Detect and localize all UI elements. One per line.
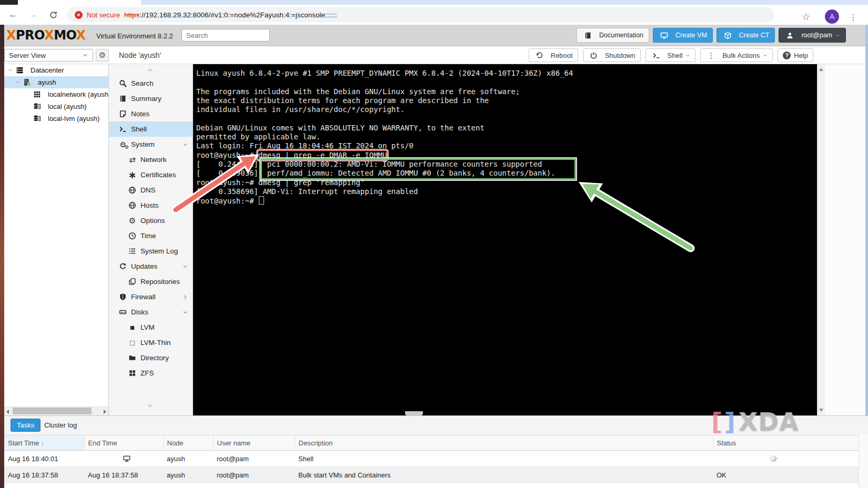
bookmark-star-icon[interactable]: ☆: [802, 11, 810, 23]
chevron-down-icon: [82, 53, 88, 58]
undo-icon: [534, 52, 545, 59]
menu-item-label: Certificates: [140, 171, 176, 179]
browser-reload-icon[interactable]: [46, 8, 60, 22]
button-label: Create VM: [675, 32, 707, 39]
column-header-description[interactable]: Description: [295, 435, 713, 451]
menu-item-dns[interactable]: DNS: [109, 182, 193, 198]
menu-item-zfs[interactable]: ZFS: [109, 365, 193, 381]
tree-item-local-ayush[interactable]: local (ayush): [4, 100, 108, 113]
menu-item-lvm-thin[interactable]: □LVM-Thin: [109, 335, 193, 350]
panel-splitter-handle[interactable]: [405, 411, 423, 415]
documentation-button[interactable]: Documentation: [577, 28, 649, 43]
right-margin: [825, 64, 865, 415]
menu-scroll-down-icon[interactable]: [147, 402, 154, 411]
column-header-node[interactable]: Node: [163, 435, 213, 451]
tree-item-localnetwork-ayush[interactable]: localnetwork (ayush): [4, 88, 108, 100]
note-icon: [117, 110, 128, 118]
shell-button[interactable]: Shell: [645, 48, 696, 62]
menu-item-disks[interactable]: Disks: [109, 304, 193, 320]
tree-item-ayush[interactable]: ayush: [4, 76, 108, 88]
scroll-down-icon[interactable]: [819, 409, 823, 412]
column-header-status[interactable]: Status: [713, 435, 868, 451]
scroll-up-icon[interactable]: [819, 68, 823, 71]
menu-scroll-up-icon[interactable]: [147, 66, 154, 76]
task-row[interactable]: Aug 16 18:37:58Aug 16 18:37:58ayushroot@…: [4, 467, 868, 483]
menu-item-firewall[interactable]: Firewall: [109, 289, 193, 304]
menu-item-directory[interactable]: Directory: [109, 350, 193, 365]
tree-item-local-lvm-ayush[interactable]: local-lvm (ayush): [4, 113, 108, 125]
menu-item-certificates[interactable]: ∗Certificates: [109, 167, 193, 182]
tab-cluster-log[interactable]: Cluster log: [44, 421, 77, 429]
tree-horizontal-scrollbar[interactable]: [4, 406, 108, 415]
menu-item-options[interactable]: ⚙Options: [109, 213, 193, 228]
logo-x2: X: [44, 28, 54, 43]
menu-item-system-log[interactable]: System Log: [109, 243, 193, 259]
terminal-scrollbar[interactable]: [817, 64, 825, 415]
task-start-time: Aug 16 18:40:01: [4, 451, 84, 467]
browser-menu-icon[interactable]: ⋮: [849, 12, 857, 22]
user-label: root@pam: [801, 32, 832, 39]
pve-header: XPROXMOX Virtual Environment 8.2.2 Docum…: [0, 25, 868, 46]
tasks-scrollbar[interactable]: [859, 435, 868, 488]
address-bar[interactable]: × Not secure https://192.168.29.32:8006/…: [67, 7, 774, 22]
user-icon: [784, 32, 795, 39]
task-row[interactable]: Aug 16 18:34:58Aug 16 18:34:58ayushroot@…: [4, 483, 868, 488]
shutdown-button[interactable]: Shutdown: [583, 48, 641, 62]
column-header-end-time[interactable]: End Time: [84, 435, 163, 451]
terminal[interactable]: Linux ayush 6.8.4-2-pve #1 SMP PREEMPT_D…: [193, 64, 817, 415]
menu-item-label: Disks: [131, 308, 148, 316]
proxmox-logo: XPROXMOX: [6, 28, 86, 43]
bulk-actions-button[interactable]: ⋮Bulk Actions: [700, 48, 773, 62]
storage-icon: [32, 103, 43, 110]
clock-icon: [127, 232, 138, 240]
logo-x3: X: [76, 28, 86, 43]
node-action-buttons: RebootShutdownShell⋮Bulk Actions?Help: [529, 48, 813, 62]
tab-tasks[interactable]: Tasks: [11, 419, 41, 432]
menu-item-search[interactable]: Search: [109, 76, 193, 91]
menu-item-lvm[interactable]: ■LVM: [109, 320, 193, 335]
view-selector[interactable]: Server View: [4, 49, 93, 62]
storage-icon: [32, 115, 43, 123]
scroll-right-icon[interactable]: [104, 410, 106, 414]
terminal-line: The programs included with the Debian GN…: [196, 87, 817, 96]
power-icon: [588, 52, 599, 59]
task-row[interactable]: Aug 16 18:40:01ayushroot@pamShell: [4, 451, 868, 467]
menu-item-label: Network: [140, 156, 167, 164]
browser-back-button[interactable]: ←: [6, 8, 20, 22]
menu-item-shell[interactable]: Shell: [109, 121, 193, 137]
create-vm-button[interactable]: Create VM: [653, 28, 713, 43]
scrollbar-thumb[interactable]: [13, 408, 92, 414]
create-ct-button[interactable]: Create CT: [716, 28, 775, 43]
tree-item-datacenter[interactable]: Datacenter: [4, 64, 108, 76]
menu-item-hosts[interactable]: Hosts: [109, 198, 193, 213]
scroll-left-icon[interactable]: [6, 410, 9, 414]
column-header-user-name[interactable]: User name: [213, 435, 295, 451]
help-button[interactable]: ?Help: [778, 48, 813, 62]
menu-item-system[interactable]: ⚙⚙System: [109, 137, 193, 152]
global-search-input[interactable]: [181, 29, 270, 42]
menu-item-updates[interactable]: Updates: [109, 259, 193, 274]
view-settings-button[interactable]: ⚙: [96, 49, 109, 62]
menu-item-label: DNS: [140, 186, 156, 194]
browser-forward-button[interactable]: →: [26, 8, 40, 22]
column-header-start-time[interactable]: Start Time ↓: [4, 435, 84, 451]
task-end-time: [84, 451, 163, 467]
menu-item-time[interactable]: Time: [109, 228, 193, 243]
menu-item-summary[interactable]: Summary: [109, 91, 193, 106]
browser-avatar[interactable]: A: [825, 9, 839, 24]
menu-item-notes[interactable]: Notes: [109, 106, 193, 121]
terminal-line: [ 0.359036] perf/amd_iommu: Detected AMD…: [196, 169, 817, 178]
logo-x1: X: [6, 28, 16, 43]
page-title: Node 'ayush': [119, 51, 161, 59]
resource-tree: Datacenterayushlocalnetwork (ayush)local…: [4, 64, 109, 415]
menu-item-label: Summary: [131, 95, 162, 103]
tree-item-label: local-lvm (ayush): [48, 115, 99, 123]
menu-item-repositories[interactable]: Repositories: [109, 274, 193, 289]
user-menu-button[interactable]: root@pam: [779, 28, 846, 43]
reboot-button[interactable]: Reboot: [529, 48, 578, 62]
menu-item-network[interactable]: ⇄Network: [109, 152, 193, 167]
tree-item-label: localnetwork (ayush): [48, 90, 109, 98]
task-node: ayush: [163, 483, 213, 488]
button-label: Shutdown: [605, 52, 635, 59]
logo-pro: PRO: [16, 28, 44, 43]
